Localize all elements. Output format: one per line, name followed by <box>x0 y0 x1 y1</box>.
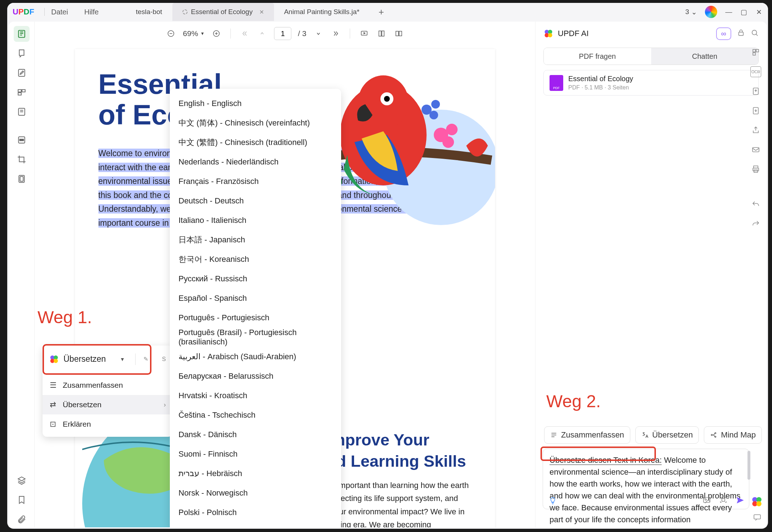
menu-help[interactable]: Hilfe <box>84 8 99 16</box>
language-option[interactable]: Español - Spanisch <box>170 289 341 308</box>
language-option[interactable]: Italiano - Italienisch <box>170 211 341 230</box>
rail-thumbnails[interactable] <box>750 47 761 58</box>
zoom-in-button[interactable] <box>211 28 222 39</box>
maximize-button[interactable]: ▢ <box>740 8 747 16</box>
close-window-button[interactable]: ✕ <box>755 8 763 16</box>
menu-summarize[interactable]: ☰Zusammenfassen <box>43 375 172 395</box>
menu-file[interactable]: Datei <box>51 8 68 16</box>
language-option[interactable]: Čeština - Tschechisch <box>170 405 341 425</box>
rail-redo[interactable] <box>750 219 761 229</box>
strike-icon[interactable]: S <box>162 356 166 362</box>
language-option[interactable]: 中文 (繁體) - Chinesisch (traditionell) <box>170 133 341 152</box>
tab-pdf-fragen[interactable]: PDF fragen <box>544 48 651 65</box>
document-card[interactable]: Essential of EcologyPDF · 5.1 MB · 3 Sei… <box>543 70 759 96</box>
chip-translate[interactable]: Übersetzen <box>635 426 699 444</box>
language-option[interactable]: Français - Französisch <box>170 172 341 191</box>
language-option[interactable]: Svenska - Schwedisch <box>170 522 341 527</box>
tab-label: Animal Painting Skills.ja* <box>284 8 359 16</box>
page-number-input[interactable] <box>274 27 291 40</box>
chip-summarize[interactable]: Zusammenfassen <box>544 426 630 444</box>
send-button[interactable] <box>736 496 745 506</box>
tab-tesla-bot[interactable]: tesla-bot <box>126 3 172 21</box>
tab-count[interactable]: 3⌄ <box>685 8 697 16</box>
page-layout-button[interactable] <box>376 28 387 39</box>
tab-essential-of-ecology[interactable]: Essential of Ecology✕ <box>172 3 274 21</box>
rail-form[interactable] <box>14 104 30 120</box>
image-icon[interactable] <box>702 496 711 506</box>
rail-reader[interactable] <box>14 26 30 42</box>
page-total: / 3 <box>298 29 306 38</box>
rail-bookmark[interactable] <box>14 492 30 508</box>
language-option[interactable]: 中文 (简体) - Chinesisch (vereinfacht) <box>170 113 341 133</box>
language-option[interactable]: Norsk - Norwegisch <box>170 483 341 503</box>
tab-chatten[interactable]: Chatten <box>651 48 759 65</box>
zoom-level[interactable]: 69%▼ <box>183 29 204 38</box>
rail-edit[interactable] <box>14 65 30 81</box>
close-icon[interactable]: ✕ <box>259 9 264 16</box>
menu-explain[interactable]: ⊡Erklären <box>43 414 172 434</box>
tab-animal-painting[interactable]: Animal Painting Skills.ja* <box>274 3 370 21</box>
rail-attachment[interactable] <box>14 511 30 527</box>
rail-print[interactable] <box>750 164 761 175</box>
next-page-button[interactable] <box>313 28 324 39</box>
rail-comment[interactable] <box>14 45 30 61</box>
svg-point-42 <box>715 436 716 437</box>
first-page-button[interactable] <box>239 28 250 39</box>
svg-rect-4 <box>18 93 21 95</box>
language-option[interactable]: العربية - Arabisch (Saudi-Arabien) <box>170 347 341 366</box>
ai-fab[interactable] <box>751 496 763 509</box>
doc-title: Essential of Ecology <box>568 75 633 83</box>
language-option[interactable]: Русский - Russisch <box>170 269 341 289</box>
svg-rect-1 <box>18 69 25 76</box>
minimize-button[interactable]: — <box>725 8 732 16</box>
language-option[interactable]: Dansk - Dänisch <box>170 425 341 444</box>
rail-ocr[interactable]: OCR <box>750 66 761 77</box>
rail-export[interactable] <box>750 86 761 97</box>
language-menu: English - Englisch中文 (简体) - Chinesisch (… <box>170 89 341 527</box>
translate-icon <box>641 431 649 439</box>
rail-share[interactable] <box>750 125 761 136</box>
chat-history-icon[interactable] <box>753 513 762 523</box>
language-option[interactable]: Suomi - Finnisch <box>170 444 341 464</box>
prev-page-button[interactable] <box>257 28 268 39</box>
link-mode-toggle[interactable]: ∞ <box>716 27 731 40</box>
rail-redact[interactable] <box>14 132 30 148</box>
rail-email[interactable] <box>750 144 761 155</box>
input-scrollbar[interactable] <box>747 451 750 509</box>
language-option[interactable]: Português - Portugiesisch <box>170 308 341 327</box>
rail-layers[interactable] <box>14 472 30 488</box>
rail-organize[interactable] <box>14 84 30 100</box>
language-option[interactable]: 日本語 - Japanisch <box>170 230 341 250</box>
svg-rect-2 <box>18 89 21 92</box>
suggestion-icon[interactable] <box>548 496 557 506</box>
screenshot-icon[interactable] <box>719 496 728 506</box>
language-option[interactable]: עברית - Hebräisch <box>170 464 341 483</box>
presentation-button[interactable] <box>359 28 370 39</box>
lock-icon[interactable] <box>737 29 745 38</box>
search-icon[interactable] <box>751 29 759 38</box>
language-option[interactable]: 한국어 - Koreanisch <box>170 250 341 269</box>
compare-button[interactable] <box>393 28 404 39</box>
svg-rect-9 <box>20 177 23 181</box>
language-option[interactable]: Deutsch - Deutsch <box>170 191 341 211</box>
zoom-out-button[interactable] <box>166 28 176 39</box>
translate-button[interactable]: Übersetzen ▼ ✎ S <box>43 346 172 373</box>
rail-undo[interactable] <box>750 199 761 210</box>
language-option[interactable]: Hrvatski - Kroatisch <box>170 386 341 405</box>
account-avatar[interactable] <box>705 6 717 18</box>
language-option[interactable]: Português (Brasil) - Portugiesisch (bras… <box>170 327 341 347</box>
last-page-button[interactable] <box>330 28 341 39</box>
language-option[interactable]: Nederlands - Niederländisch <box>170 152 341 172</box>
menu-translate[interactable]: ⇄Übersetzen› <box>43 395 172 414</box>
add-tab-button[interactable]: + <box>379 6 384 18</box>
language-option[interactable]: English - Englisch <box>170 94 341 113</box>
chip-mindmap[interactable]: Mind Map <box>704 426 762 444</box>
chevron-down-icon[interactable]: ▼ <box>117 356 127 362</box>
language-option[interactable]: Polski - Polnisch <box>170 503 341 522</box>
prompt-prefix: Übersetze diesen Text in Korea: <box>550 456 662 465</box>
rail-crop[interactable] <box>14 151 30 167</box>
highlight-icon[interactable]: ✎ <box>144 356 148 362</box>
language-option[interactable]: Беларуская - Belarussisch <box>170 366 341 386</box>
rail-import[interactable] <box>750 105 761 116</box>
rail-compress[interactable] <box>14 171 30 187</box>
